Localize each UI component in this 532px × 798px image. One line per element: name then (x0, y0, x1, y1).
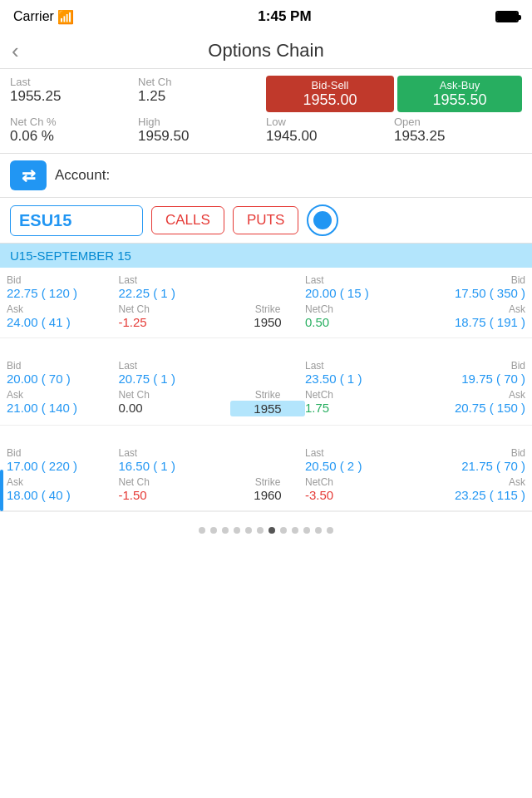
scroll-dot (245, 527, 252, 534)
scroll-dot-active (268, 527, 275, 534)
quote-bar-row1: Last 1955.25 Net Ch 1.25 Bid-Sell 1955.0… (0, 69, 532, 114)
options-col-header-row2: Bid 20.00 ( 70 ) Last 20.75 ( 1 ) Last 2… (0, 353, 532, 387)
bid-sell-button[interactable]: Bid-Sell 1955.00 (266, 76, 394, 112)
scroll-indicator (0, 470, 3, 511)
calls-button[interactable]: CALLS (151, 206, 224, 234)
toolbar-row: CALLS PUTS (0, 198, 532, 244)
status-bar: Carrier 📶 1:45 PM (0, 0, 532, 33)
quote-high: High 1959.50 (138, 116, 266, 145)
ask-buy-button[interactable]: Ask-Buy 1955.50 (397, 76, 522, 112)
strike-highlight: 1955 (230, 401, 305, 416)
account-label: Account: (55, 167, 110, 184)
options-col-header-row3: Bid 17.00 ( 220 ) Last 16.50 ( 1 ) Last … (0, 441, 532, 475)
page-header: ‹ Options Chain (0, 33, 532, 69)
radio-inner (313, 211, 332, 229)
scroll-dot (210, 527, 217, 534)
back-button[interactable]: ‹ (12, 38, 19, 64)
scroll-dot (292, 527, 298, 534)
scroll-dot (222, 527, 229, 534)
scroll-dot (280, 527, 287, 534)
quote-last: Last 1955.25 (10, 76, 138, 112)
quote-low: Low 1945.00 (266, 116, 394, 145)
swap-button[interactable]: ⇄ (10, 160, 47, 190)
scroll-dot (199, 527, 205, 534)
symbol-input[interactable] (10, 205, 143, 236)
status-time: 1:45 PM (258, 8, 311, 25)
quote-bar-row2: Net Ch % 0.06 % High 1959.50 Low 1945.00… (0, 114, 532, 154)
battery-icon (495, 11, 519, 22)
radio-button[interactable] (307, 204, 338, 236)
scroll-dot (303, 527, 310, 534)
quote-open: Open 1953.25 (394, 116, 522, 145)
scroll-dot (257, 527, 264, 534)
page-title: Options Chain (208, 40, 323, 62)
options-row-3[interactable]: Ask 18.00 ( 40 ) Net Ch -1.50 Strike 196… (0, 475, 532, 511)
quote-netchpct: Net Ch % 0.06 % (10, 116, 138, 145)
carrier-label: Carrier (13, 9, 54, 24)
options-row-2[interactable]: Ask 21.00 ( 140 ) Net Ch 0.00 Strike 195… (0, 387, 532, 426)
puts-button[interactable]: PUTS (233, 206, 298, 234)
page-dots (0, 511, 532, 545)
options-col-header-row1: Bid 22.75 ( 120 ) Last 22.25 ( 1 ) Last … (0, 268, 532, 302)
scroll-dot (234, 527, 240, 534)
options-row-1[interactable]: Ask 24.00 ( 41 ) Net Ch -1.25 Strike 195… (0, 302, 532, 338)
month-header: U15-SEPTEMBER 15 (0, 244, 532, 268)
scroll-dot (315, 527, 322, 534)
scroll-dots (0, 520, 532, 537)
wifi-icon: 📶 (57, 9, 74, 25)
scroll-dot (327, 527, 333, 534)
quote-netch: Net Ch 1.25 (138, 76, 266, 112)
account-row: ⇄ Account: (0, 154, 532, 198)
